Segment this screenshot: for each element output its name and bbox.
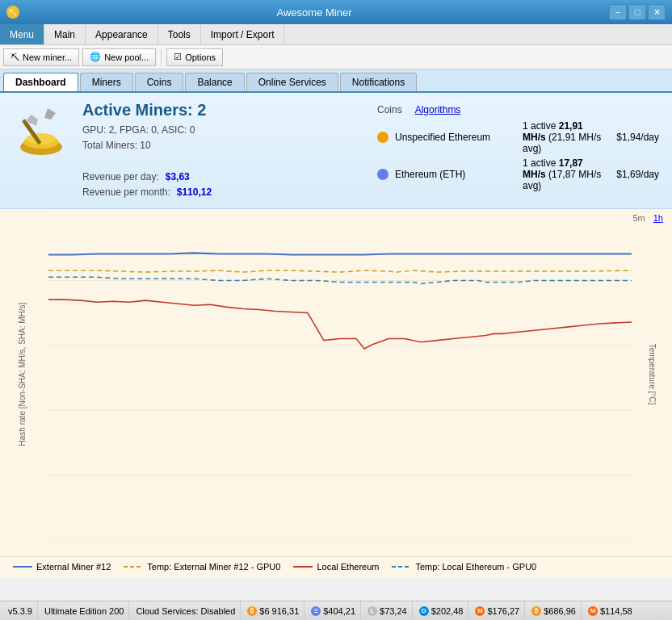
app-icon: ⛏ [6,6,19,19]
new-miner-icon: ⛏ [10,52,19,62]
chart-svg: 25 20 15 10 5 0 100 80 60 40 20 0 [48,216,632,540]
svg-point-2 [27,133,56,145]
chart-legend: External Miner #12 Temp: External Miner … [0,556,672,578]
chart-container: 5m 1h Hash rate [Non-SHA: MH/s, SHA: MH/… [0,209,672,556]
y-axis-left-label: Hash rate [Non-SHA: MH/s, SHA: MH/s] [19,303,27,446]
status-bar: v5.3.9 Ultimate Edition 200 Cloud Servic… [0,601,672,620]
xmr-icon-2: M [588,606,598,616]
legend-local-eth: Local Ethereum [293,562,379,572]
btc-icon-2: ₿ [531,606,541,616]
miner-icon [13,101,69,157]
legend-temp-local-eth-label: Temp: Local Ethereum - GPU0 [415,562,536,572]
eth-coin-icon [377,169,388,180]
coins-label: Coins [377,104,402,115]
status-version: v5.3.9 [3,601,38,620]
window-controls: − □ ✕ [609,4,666,20]
svg-rect-4 [48,216,632,540]
btc-icon-1: ₿ [247,606,257,616]
revenue-per-day-label: Revenue per day: [82,170,159,185]
y-axis-right-label: Temperature [°C] [649,344,657,405]
legend-local-eth-label: Local Ethereum [317,562,379,572]
title-bar-left: ⛏ [6,6,19,19]
legend-temp-ext-miner-label: Temp: External Miner #12 - GPU0 [147,562,280,572]
status-xmr-price: M $176,27 [470,601,525,620]
title-bar: ⛏ Awesome Miner − □ ✕ [0,0,672,24]
eth-coin-name: Ethereum (ETH) [395,169,516,180]
maximize-button[interactable]: □ [628,4,646,20]
legend-temp-local-eth: Temp: Local Ethereum - GPU0 [392,562,536,572]
status-btc-price: ₿ $6 916,31 [242,601,304,620]
new-pool-button[interactable]: 🌐 New pool... [82,48,156,66]
menu-item-menu[interactable]: Menu [0,24,44,44]
unspecified-eth-revenue: $1,94/day [616,132,659,143]
summary-panel: Active Miners: 2 GPU: 2, FPGA: 0, ASIC: … [0,93,672,209]
tab-balance[interactable]: Balance [185,73,244,91]
total-miners: Total Miners: 10 [82,138,364,153]
app-title: Awesome Miner [19,6,609,19]
options-icon: ☑ [174,52,182,62]
close-button[interactable]: ✕ [648,4,666,20]
xmr-icon-1: M [475,606,485,616]
algorithms-link[interactable]: Algorithms [415,104,461,115]
coin-row-unspecified-eth: Unspecified Ethereum 1 active 21,91 MH/s… [377,120,659,154]
status-dash-price: D $202,48 [414,601,469,620]
legend-ext-miner-label: External Miner #12 [36,562,111,572]
revenue-per-month-value: $110,12 [177,185,212,200]
revenue-per-day-row: Revenue per day: $3,63 [82,170,364,185]
ltc-icon-1: Ł [368,606,377,616]
summary-info: Active Miners: 2 GPU: 2, FPGA: 0, ASIC: … [82,101,364,200]
gpu-info: GPU: 2, FPGA: 0, ASIC: 0 [82,123,364,138]
dash-icon-1: D [419,606,429,616]
legend-ext-miner: External Miner #12 [13,562,111,572]
tab-coins[interactable]: Coins [135,73,184,91]
status-cloud: Cloud Services: Disabled [131,601,241,620]
revenue-per-day-value: $3,63 [166,170,190,185]
tab-miners[interactable]: Miners [80,73,133,91]
status-xmr-price-2: M $114,58 [583,601,637,620]
tab-bar: Dashboard Miners Coins Balance Online Se… [0,69,672,93]
eth-coin-revenue: $1,69/day [616,169,659,180]
unspecified-eth-name: Unspecified Ethereum [395,132,516,143]
toolbar: ⛏ New miner... 🌐 New pool... ☑ Options [0,45,672,69]
menu-item-import-export[interactable]: Import / Export [201,24,285,44]
coin-row-eth: Ethereum (ETH) 1 active 17,87 MH/s (17,8… [377,157,659,191]
coins-header: Coins Algorithms [377,104,659,115]
status-edition: Ultimate Edition 200 [40,601,129,620]
menu-bar: Menu Main Appearance Tools Import / Expo… [0,24,672,45]
revenue-per-month-row: Revenue per month: $110,12 [82,185,364,200]
unspecified-eth-icon [377,132,388,143]
status-btc-price-2: ₿ $686,96 [527,601,582,620]
tab-notifications[interactable]: Notifications [340,73,417,91]
tab-dashboard[interactable]: Dashboard [3,73,78,91]
minimize-button[interactable]: − [609,4,627,20]
pool-icon: 🌐 [90,52,101,62]
new-miner-button[interactable]: ⛏ New miner... [3,48,79,66]
tab-online-services[interactable]: Online Services [246,73,338,91]
options-button[interactable]: ☑ Options [166,48,223,66]
eth-icon-1: Ξ [311,606,321,616]
revenue-per-month-label: Revenue per month: [82,185,170,200]
status-ltc-price: Ł $73,24 [363,601,413,620]
toolbar-separator [161,49,162,65]
menu-item-main[interactable]: Main [44,24,86,44]
active-miners-title: Active Miners: 2 [82,101,364,119]
menu-item-tools[interactable]: Tools [158,24,201,44]
coins-section: Coins Algorithms Unspecified Ethereum 1 … [377,101,659,195]
unspecified-eth-stats: 1 active 21,91 MH/s (21,91 MH/s avg) [523,120,603,154]
status-eth-price: Ξ $404,21 [306,601,361,620]
eth-coin-stats: 1 active 17,87 MH/s (17,87 MH/s avg) [523,157,603,191]
menu-item-appearance[interactable]: Appearance [86,24,158,44]
legend-temp-ext-miner: Temp: External Miner #12 - GPU0 [124,562,280,572]
